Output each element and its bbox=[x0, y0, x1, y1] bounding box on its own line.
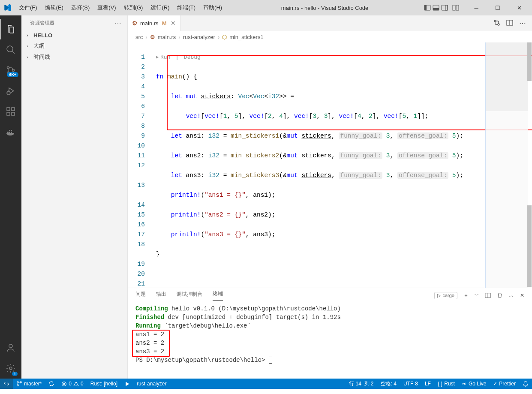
svg-point-8 bbox=[7, 46, 13, 52]
breadcrumb-item[interactable]: rust-analyzer bbox=[183, 34, 215, 40]
svg-point-28 bbox=[17, 385, 19, 386]
window-maximize-button[interactable]: ☐ bbox=[488, 1, 507, 14]
chevron-right-icon: › bbox=[145, 34, 147, 40]
status-encoding[interactable]: UTF-8 bbox=[400, 379, 421, 389]
term-line: Compiling bbox=[135, 305, 168, 312]
panel-close-icon[interactable]: ✕ bbox=[520, 292, 524, 298]
chevron-right-icon: › bbox=[27, 44, 32, 48]
tab-main-rs[interactable]: ⚙ main.rs M ✕ bbox=[128, 15, 180, 31]
panel-tab-debug-console[interactable]: 调试控制台 bbox=[177, 291, 202, 301]
svg-line-9 bbox=[12, 51, 15, 54]
warning-count: 0 bbox=[81, 381, 84, 387]
menu-help[interactable]: 帮助(H) bbox=[200, 2, 225, 13]
activity-debug-icon[interactable] bbox=[0, 81, 21, 101]
status-indentation[interactable]: 空格: 4 bbox=[377, 379, 400, 389]
status-eol[interactable]: LF bbox=[421, 379, 434, 389]
editor-tabs: ⚙ main.rs M ✕ ⋯ bbox=[128, 15, 532, 31]
menu-go[interactable]: 转到(G) bbox=[120, 2, 147, 13]
minimap[interactable] bbox=[485, 42, 528, 288]
breadcrumb-item[interactable]: main.rs bbox=[158, 34, 176, 40]
panel-tab-terminal[interactable]: 终端 bbox=[213, 290, 223, 301]
status-rust-project[interactable]: Rust: [hello] bbox=[87, 379, 121, 389]
window-close-button[interactable]: ✕ bbox=[510, 1, 529, 14]
svg-point-22 bbox=[498, 24, 499, 25]
menu-view[interactable]: 查看(V) bbox=[94, 2, 119, 13]
codelens-run[interactable]: Run bbox=[160, 52, 170, 62]
codelens-debug[interactable]: Debug bbox=[184, 52, 201, 62]
breadcrumb-item[interactable]: min_stickers1 bbox=[229, 34, 263, 40]
panel-tab-problems[interactable]: 问题 bbox=[135, 291, 146, 301]
svg-point-21 bbox=[494, 20, 496, 22]
layout-sidebar-left-icon[interactable] bbox=[424, 4, 431, 11]
activity-search-icon[interactable] bbox=[0, 39, 21, 60]
window-minimize-button[interactable]: ─ bbox=[467, 1, 486, 14]
breadcrumb[interactable]: src › ⚙ main.rs › rust-analyzer › ⬡ min_… bbox=[128, 31, 532, 42]
activity-settings-icon[interactable]: 1 bbox=[0, 358, 21, 379]
layout-panel-icon[interactable] bbox=[433, 4, 439, 11]
panel-maximize-icon[interactable]: ︿ bbox=[509, 292, 514, 299]
svg-point-10 bbox=[7, 67, 9, 69]
sidebar-more-icon[interactable]: ⋯ bbox=[114, 19, 122, 27]
terminal-output[interactable]: Compiling hello v0.1.0 (D:\mysetup\gopat… bbox=[128, 303, 532, 379]
menu-selection[interactable]: 选择(S) bbox=[68, 2, 93, 13]
svg-rect-4 bbox=[442, 5, 448, 10]
svg-point-20 bbox=[9, 367, 12, 370]
codelens[interactable]: ▶Run | Debug bbox=[153, 52, 532, 62]
trash-icon[interactable] bbox=[497, 292, 503, 298]
svg-point-27 bbox=[17, 382, 19, 383]
sidebar-section-hello[interactable]: ›HELLO bbox=[21, 30, 127, 40]
layout-sidebar-right-icon[interactable] bbox=[441, 4, 448, 11]
panel-tab-output[interactable]: 输出 bbox=[156, 291, 166, 301]
terminal-task-selector[interactable]: ▷cargo bbox=[434, 292, 457, 299]
branch-label: master* bbox=[24, 381, 42, 387]
terminal-cursor bbox=[269, 357, 272, 364]
error-count: 0 bbox=[69, 381, 72, 387]
activity-extensions-icon[interactable] bbox=[0, 101, 21, 122]
activity-explorer-icon[interactable] bbox=[0, 19, 21, 39]
prettier-label: Prettier bbox=[499, 381, 516, 387]
sidebar-section-outline[interactable]: ›大纲 bbox=[21, 40, 127, 51]
svg-point-12 bbox=[12, 69, 15, 72]
check-in-circle-icon: ✓ bbox=[493, 381, 497, 387]
status-cursor-position[interactable]: 行 14, 列 2 bbox=[346, 379, 377, 389]
status-errors[interactable]: 0 0 bbox=[58, 379, 87, 389]
status-notifications-icon[interactable] bbox=[519, 379, 532, 389]
status-language[interactable]: { }Rust bbox=[434, 379, 458, 389]
term-line: ans2 = 2 bbox=[135, 339, 524, 347]
activity-account-icon[interactable] bbox=[0, 337, 21, 358]
chevron-right-icon: › bbox=[178, 34, 180, 40]
status-sync[interactable] bbox=[45, 379, 58, 389]
new-terminal-icon[interactable]: ＋ bbox=[463, 292, 469, 299]
chevron-right-icon: › bbox=[27, 33, 32, 38]
activity-docker-icon[interactable] bbox=[0, 122, 21, 142]
highlight-annotation bbox=[132, 330, 170, 357]
status-run-icon[interactable] bbox=[121, 379, 133, 389]
tab-close-icon[interactable]: ✕ bbox=[171, 20, 176, 27]
compare-changes-icon[interactable] bbox=[493, 19, 500, 27]
breadcrumb-item[interactable]: src bbox=[135, 34, 143, 40]
terminal-dropdown-icon[interactable]: ﹀ bbox=[475, 292, 479, 298]
lang-label: Rust bbox=[444, 381, 455, 387]
status-prettier[interactable]: ✓Prettier bbox=[490, 379, 519, 389]
status-rust-analyzer[interactable]: rust-analyzer bbox=[133, 379, 170, 389]
status-remote[interactable] bbox=[0, 379, 13, 389]
customize-layout-icon[interactable] bbox=[452, 4, 459, 11]
svg-rect-7 bbox=[456, 5, 459, 10]
sidebar-section-timeline[interactable]: ›时间线 bbox=[21, 51, 127, 63]
term-line: ans1 = 2 bbox=[135, 330, 524, 339]
menu-run[interactable]: 运行(R) bbox=[147, 2, 173, 13]
split-terminal-icon[interactable] bbox=[485, 292, 491, 298]
menu-file[interactable]: 文件(F) bbox=[15, 2, 41, 13]
tab-modified-indicator: M bbox=[162, 20, 167, 27]
split-editor-icon[interactable] bbox=[506, 19, 513, 27]
code-editor[interactable]: 12345678910111213141516171819202122 ▶Run… bbox=[128, 42, 532, 288]
status-go-live[interactable]: Go Live bbox=[458, 379, 490, 389]
status-branch[interactable]: master* bbox=[13, 379, 45, 389]
menu-edit[interactable]: 编辑(E) bbox=[42, 2, 67, 13]
activity-scm-icon[interactable]: 6K+ bbox=[0, 60, 21, 81]
editor-more-icon[interactable]: ⋯ bbox=[519, 19, 526, 27]
code-content[interactable]: ▶Run | Debug fn main() { let mut sticker… bbox=[153, 42, 532, 288]
titlebar: 文件(F) 编辑(E) 选择(S) 查看(V) 转到(G) 运行(R) 终端(T… bbox=[0, 0, 532, 15]
menu-terminal[interactable]: 终端(T) bbox=[174, 2, 199, 13]
scrollbar-vertical[interactable] bbox=[527, 42, 532, 288]
